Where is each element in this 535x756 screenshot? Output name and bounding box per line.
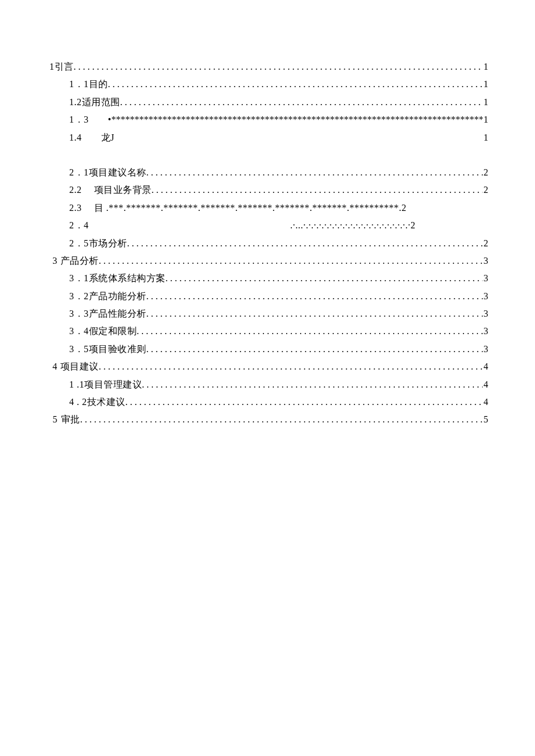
toc-label: 3．4假定和限制 bbox=[69, 323, 137, 340]
toc-entry: 3．3产品性能分析3 bbox=[49, 305, 488, 323]
toc-label: 1 .1项目管理建议 bbox=[69, 376, 142, 393]
toc-page-number: 1 bbox=[483, 58, 489, 76]
toc-entry: 1.4 龙J1 bbox=[49, 129, 488, 146]
toc-leader bbox=[126, 393, 483, 411]
toc-page-number: 2 bbox=[483, 181, 489, 199]
toc-entry: 1 .1项目管理建议4 bbox=[49, 376, 488, 393]
toc-leader bbox=[166, 270, 483, 287]
toc-label: 1.2适用范围 bbox=[69, 94, 120, 111]
toc-leader bbox=[99, 358, 483, 375]
toc-entry: 2.2 项目业务背景2 bbox=[49, 181, 488, 199]
toc-label: 2．1项目建议名称 bbox=[69, 164, 147, 181]
toc-label: 2.3 目 .***.*******.*******.*******.*****… bbox=[69, 199, 406, 217]
toc-leader bbox=[147, 164, 483, 181]
toc-page-number: 5 bbox=[483, 411, 489, 428]
toc-leader bbox=[99, 252, 483, 270]
toc-leader bbox=[147, 305, 483, 323]
toc-label: 4 . 2技术建议 bbox=[69, 393, 126, 411]
toc-entry: 4项目建议4 bbox=[49, 358, 488, 375]
toc-entry: 2．4 .·...·.·.·.·.·.·.·.·.·.·.·.·.·.·.·.·… bbox=[49, 217, 488, 234]
toc-label: 3．1系统体系结构方案 bbox=[69, 270, 166, 287]
toc-leader bbox=[147, 288, 483, 305]
toc-leader bbox=[120, 94, 483, 111]
toc-page-number: 3 bbox=[483, 341, 489, 358]
toc-label: 1．1目的 bbox=[69, 76, 108, 93]
toc-label: 3．2产品功能分析 bbox=[69, 288, 147, 305]
toc-page-number: 4 bbox=[483, 376, 489, 393]
toc-label: 项目建议 bbox=[60, 358, 99, 375]
toc-entry: 4 . 2技术建议4 bbox=[49, 393, 488, 411]
toc-entry: 1.2适用范围1 bbox=[49, 94, 488, 111]
toc-entry: 3产品分析3 bbox=[49, 252, 488, 270]
toc-page-number: 1 bbox=[483, 111, 489, 128]
toc-page-number: 3 bbox=[483, 305, 489, 323]
toc-entry: 1．1目的1 bbox=[49, 76, 488, 93]
toc-page-number: 2 bbox=[483, 164, 489, 181]
toc-number: 4 bbox=[49, 358, 60, 375]
toc-leader bbox=[127, 235, 483, 252]
toc-entry: 5审批5 bbox=[49, 411, 488, 428]
toc-page-number: 4 bbox=[483, 358, 489, 375]
toc-page-number: 1 bbox=[483, 94, 489, 111]
toc-leader bbox=[152, 181, 483, 199]
toc-label: 审批 bbox=[61, 411, 80, 428]
toc-page-number: 4 bbox=[483, 393, 489, 411]
toc-label: 3．5项目验收准则 bbox=[69, 341, 147, 358]
toc-number: 3 bbox=[49, 252, 60, 270]
toc-page-number: 1 bbox=[483, 129, 489, 146]
toc-entry: 1引言1 bbox=[49, 58, 488, 76]
toc-entry: 3．2产品功能分析3 bbox=[49, 288, 488, 305]
toc-label: 1．3 • bbox=[69, 111, 112, 128]
toc-entry: 3．1系统体系结构方案3 bbox=[49, 270, 488, 287]
toc-label: 1.4 龙J bbox=[69, 129, 115, 146]
toc-leader bbox=[137, 323, 483, 340]
toc-label: 3．3产品性能分析 bbox=[69, 305, 147, 323]
toc-page-number: 3 bbox=[483, 252, 489, 270]
toc-page-number: 3 bbox=[483, 323, 489, 340]
toc-label: 1引言 bbox=[49, 58, 74, 76]
toc-entry: 2.3 目 .***.*******.*******.*******.*****… bbox=[49, 199, 488, 217]
toc-leader bbox=[147, 341, 483, 358]
toc-entry: 1．3 •1 bbox=[49, 111, 488, 128]
toc-page-number: 2 bbox=[483, 235, 489, 252]
toc-page-number: 3 bbox=[483, 270, 489, 287]
toc-gap bbox=[49, 146, 488, 164]
toc-entry: 3．5项目验收准则3 bbox=[49, 341, 488, 358]
toc-leader bbox=[108, 76, 483, 93]
toc-label: 2．4 .·...·.·.·.·.·.·.·.·.·.·.·.·.·.·.·.·… bbox=[69, 217, 416, 234]
toc-leader bbox=[142, 376, 483, 393]
toc-leader bbox=[74, 58, 483, 76]
toc-entry: 2．1项目建议名称2 bbox=[49, 164, 488, 181]
toc-label: 2.2 项目业务背景 bbox=[69, 181, 152, 199]
toc-label: 2．5市场分析 bbox=[69, 235, 127, 252]
toc-container: 1引言11．1目的11.2适用范围11．3 •11.4 龙J12．1项目建议名称… bbox=[49, 58, 488, 429]
toc-label: 产品分析 bbox=[60, 252, 99, 270]
toc-entry: 2．5市场分析2 bbox=[49, 235, 488, 252]
toc-page-number: 3 bbox=[483, 288, 489, 305]
toc-leader bbox=[80, 411, 483, 428]
toc-page-number: 1 bbox=[483, 76, 489, 93]
toc-entry: 3．4假定和限制3 bbox=[49, 323, 488, 340]
toc-leader bbox=[112, 111, 483, 128]
toc-number: 5 bbox=[49, 411, 61, 428]
